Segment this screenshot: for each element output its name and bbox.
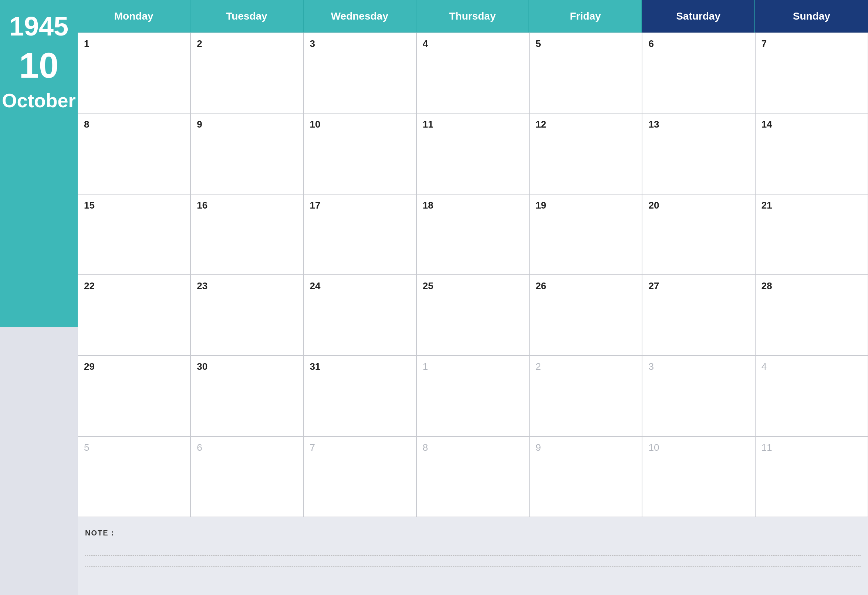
date-number: 14 <box>762 119 772 130</box>
calendar-cell[interactable]: 1 <box>416 355 529 436</box>
calendar-cell[interactable]: 12 <box>529 113 642 194</box>
calendar-cell[interactable]: 2 <box>529 355 642 436</box>
sidebar-day: 10 <box>19 45 59 86</box>
date-number: 8 <box>423 442 428 453</box>
date-number: 6 <box>648 38 654 49</box>
note-line-1 <box>85 545 861 545</box>
sidebar-month: October <box>2 90 75 112</box>
date-number: 23 <box>197 280 208 291</box>
calendar-cell[interactable]: 20 <box>642 194 755 275</box>
calendar-cell[interactable]: 17 <box>304 194 416 275</box>
calendar-cell[interactable]: 3 <box>304 32 416 113</box>
date-number: 31 <box>310 361 321 372</box>
calendar-cell[interactable]: 15 <box>78 194 190 275</box>
days-header: Monday Tuesday Wednesday Thursday Friday… <box>78 0 868 32</box>
date-number: 19 <box>536 200 546 211</box>
calendar-cell[interactable]: 22 <box>78 275 190 355</box>
calendar-cell[interactable]: 7 <box>755 32 868 113</box>
calendar-cell[interactable]: 9 <box>190 113 303 194</box>
header-friday: Friday <box>529 0 642 32</box>
date-number: 7 <box>310 442 315 453</box>
date-number: 20 <box>648 200 659 211</box>
date-number: 12 <box>536 119 546 130</box>
calendar-cell[interactable]: 13 <box>642 113 755 194</box>
calendar-cell[interactable]: 3 <box>642 355 755 436</box>
calendar-cell[interactable]: 16 <box>190 194 303 275</box>
header-wednesday: Wednesday <box>304 0 416 32</box>
date-number: 10 <box>648 442 659 453</box>
calendar-cell[interactable]: 6 <box>642 32 755 113</box>
sidebar: 1945 10 October <box>0 0 78 595</box>
date-number: 30 <box>197 361 208 372</box>
calendar-cell[interactable]: 25 <box>416 275 529 355</box>
date-number: 8 <box>84 119 89 130</box>
calendar-cell[interactable]: 21 <box>755 194 868 275</box>
date-number: 9 <box>197 119 202 130</box>
date-number: 25 <box>423 280 434 291</box>
calendar-cell[interactable]: 4 <box>416 32 529 113</box>
header-sunday: Sunday <box>755 0 868 32</box>
calendar-cell[interactable]: 5 <box>529 32 642 113</box>
date-number: 28 <box>762 280 772 291</box>
calendar-cell[interactable]: 28 <box>755 275 868 355</box>
calendar-cell[interactable]: 5 <box>78 436 190 517</box>
calendar-cell[interactable]: 8 <box>78 113 190 194</box>
calendar-cell[interactable]: 11 <box>755 436 868 517</box>
date-number: 5 <box>84 442 89 453</box>
calendar-cell[interactable]: 2 <box>190 32 303 113</box>
calendar-cell[interactable]: 10 <box>304 113 416 194</box>
date-number: 26 <box>536 280 546 291</box>
date-number: 11 <box>423 119 434 130</box>
header-monday: Monday <box>78 0 190 32</box>
notes-section: NOTE： <box>78 517 868 595</box>
calendar-cell[interactable]: 26 <box>529 275 642 355</box>
date-number: 4 <box>762 361 767 372</box>
calendar-cell[interactable]: 14 <box>755 113 868 194</box>
calendar-cell[interactable]: 9 <box>529 436 642 517</box>
calendar-cell[interactable]: 31 <box>304 355 416 436</box>
calendar-cell[interactable]: 29 <box>78 355 190 436</box>
calendar-cell[interactable]: 6 <box>190 436 303 517</box>
date-number: 15 <box>84 200 94 211</box>
calendar-cell[interactable]: 18 <box>416 194 529 275</box>
calendar-cell[interactable]: 23 <box>190 275 303 355</box>
date-number: 5 <box>536 38 541 49</box>
note-line-3 <box>85 566 861 567</box>
date-number: 3 <box>648 361 654 372</box>
date-number: 13 <box>648 119 659 130</box>
header-tuesday: Tuesday <box>190 0 303 32</box>
sidebar-year: 1945 <box>9 11 68 41</box>
date-number: 6 <box>197 442 202 453</box>
calendar-cell[interactable]: 30 <box>190 355 303 436</box>
date-number: 2 <box>536 361 541 372</box>
calendar-cell[interactable]: 27 <box>642 275 755 355</box>
date-number: 11 <box>762 442 772 453</box>
calendar-cell[interactable]: 4 <box>755 355 868 436</box>
calendar-cell[interactable]: 10 <box>642 436 755 517</box>
date-number: 24 <box>310 280 321 291</box>
date-number: 7 <box>762 38 767 49</box>
date-number: 9 <box>536 442 541 453</box>
calendar-container: 1945 10 October Monday Tuesday Wednesday… <box>0 0 868 595</box>
main-content: Monday Tuesday Wednesday Thursday Friday… <box>78 0 868 595</box>
calendar-cell[interactable]: 7 <box>304 436 416 517</box>
date-number: 17 <box>310 200 321 211</box>
date-number: 18 <box>423 200 434 211</box>
header-saturday: Saturday <box>642 0 755 32</box>
date-number: 4 <box>423 38 428 49</box>
date-number: 16 <box>197 200 208 211</box>
calendar-cell[interactable]: 11 <box>416 113 529 194</box>
date-number: 10 <box>310 119 321 130</box>
note-line-2 <box>85 555 861 556</box>
note-label: NOTE： <box>85 528 861 538</box>
calendar-cell[interactable]: 24 <box>304 275 416 355</box>
calendar-cell[interactable]: 19 <box>529 194 642 275</box>
date-number: 22 <box>84 280 94 291</box>
date-number: 1 <box>423 361 428 372</box>
calendar-cell[interactable]: 1 <box>78 32 190 113</box>
date-number: 29 <box>84 361 94 372</box>
calendar-grid: 1234567891011121314151617181920212223242… <box>78 32 868 517</box>
date-number: 21 <box>762 200 772 211</box>
header-thursday: Thursday <box>416 0 529 32</box>
calendar-cell[interactable]: 8 <box>416 436 529 517</box>
